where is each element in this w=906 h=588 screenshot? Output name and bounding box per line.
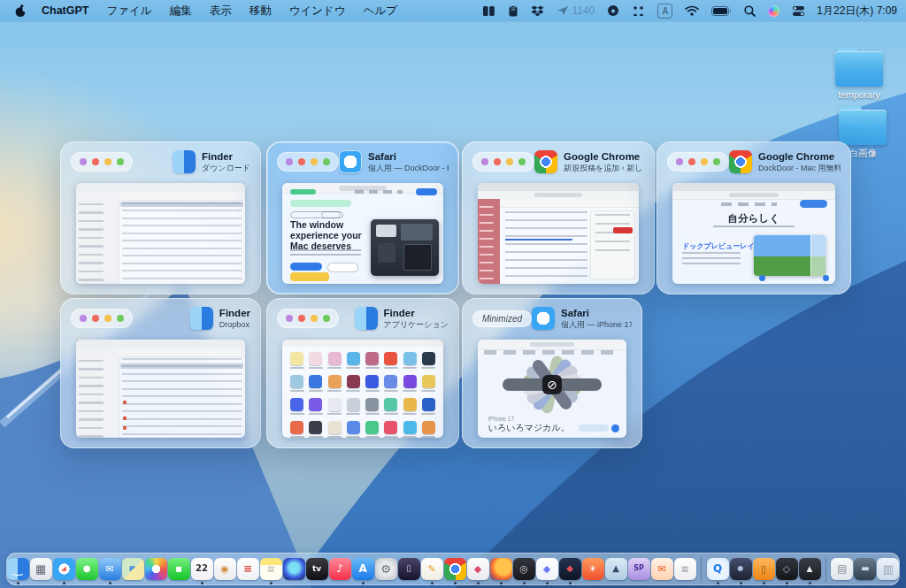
minimize-button[interactable] <box>104 315 111 322</box>
safari-dock-icon[interactable]: ◢ <box>53 556 75 583</box>
apple-menu-icon[interactable] <box>9 0 33 21</box>
iphone-mirroring-dock-icon[interactable]: ▯ <box>398 556 420 583</box>
minimize-button[interactable] <box>311 158 318 165</box>
window-preview-app-grid[interactable] <box>282 340 443 438</box>
calendar-dock-icon[interactable]: 22 <box>191 556 213 583</box>
window-preview-dockdoor-site[interactable]: The window experience your Mac deserves <box>282 183 443 284</box>
menu-help[interactable]: ヘルプ <box>355 0 406 21</box>
clipboard-icon[interactable] <box>502 0 525 21</box>
dual-panel-icon[interactable] <box>476 0 502 21</box>
whisky-dock-icon[interactable]: ▲ <box>605 556 627 583</box>
close-button[interactable] <box>92 158 99 165</box>
close-button[interactable] <box>688 158 695 165</box>
airpods-status-icon[interactable] <box>626 0 651 21</box>
dropbox-icon[interactable] <box>525 0 550 21</box>
quit-button[interactable] <box>481 158 488 165</box>
spotlight-icon[interactable] <box>738 0 762 21</box>
menu-file[interactable]: ファイル <box>97 0 160 21</box>
window-preview-iphone-page[interactable]: ⊘ iPhone 17 いろいろマジカル。 <box>478 340 626 438</box>
wifi-icon[interactable] <box>679 0 705 21</box>
notes-dock-icon[interactable]: ≡ <box>260 556 282 583</box>
siri-dock-icon[interactable] <box>283 556 305 583</box>
maps-dock-icon[interactable]: ◤ <box>122 556 144 583</box>
reminders-dock-icon[interactable]: ≡ <box>237 556 259 583</box>
close-button[interactable] <box>494 158 501 165</box>
shottr-dock-icon[interactable]: ● <box>730 556 752 583</box>
desktop-folder-temporary[interactable]: temporary <box>826 51 892 100</box>
window-preview-finder-list[interactable] <box>76 183 245 284</box>
input-method-indicator[interactable]: A <box>651 0 679 21</box>
zoom-button[interactable] <box>117 315 124 322</box>
quit-button[interactable] <box>286 158 293 165</box>
launchpad-dock-icon[interactable]: ▦ <box>30 556 52 583</box>
window-tile-safari-dockdoor[interactable]: Safari 個人用 — DockDoor - Fre The window e… <box>266 141 459 294</box>
dockdoor-dock-icon[interactable]: ▯ <box>753 556 775 583</box>
sp-app-dock-icon[interactable]: SP <box>628 556 650 583</box>
close-button[interactable] <box>92 315 99 322</box>
dark-utility-dock-icon[interactable]: ◎ <box>513 556 535 583</box>
window-preview-wordpress-editor[interactable] <box>478 183 639 284</box>
system-settings-dock-icon[interactable]: ⚙ <box>375 556 397 583</box>
menu-window[interactable]: ウインドウ <box>280 0 355 21</box>
window-preview-finder-list[interactable] <box>76 340 245 438</box>
window-tile-safari-iphone-minimized[interactable]: Minimized Safari 個人用 — iPhone 17 - Apple… <box>462 298 642 448</box>
dark-blue-app-dock-icon[interactable]: ◆ <box>559 556 581 583</box>
dark-app-status-icon[interactable] <box>601 0 626 21</box>
dark-hexagon-app-dock-icon[interactable]: ◇ <box>776 556 798 583</box>
menu-view[interactable]: 表示 <box>201 0 241 21</box>
pointer-tool-dock-icon[interactable]: ▲ <box>799 556 821 583</box>
zoom-button[interactable] <box>117 158 124 165</box>
battery-icon[interactable] <box>705 0 738 21</box>
menu-go[interactable]: 移動 <box>241 0 280 21</box>
app-store-dock-icon[interactable]: A <box>352 556 374 583</box>
messages-dock-icon[interactable]: ● <box>76 556 98 583</box>
zoom-button[interactable] <box>323 315 330 322</box>
typing-counter[interactable]: 1140 <box>550 0 601 21</box>
music-dock-icon[interactable]: ♪ <box>329 556 351 583</box>
orange-mail-dock-icon[interactable]: ✉ <box>651 556 673 583</box>
photos-dock-icon[interactable] <box>145 556 167 583</box>
minimized-window-dock-icon[interactable]: ▬ <box>854 556 876 583</box>
trash-dock-icon[interactable]: ▥ <box>877 556 899 583</box>
contacts-dock-icon[interactable]: ◉ <box>214 556 236 583</box>
firefox-dock-icon[interactable] <box>490 556 512 583</box>
chrome-dock-icon[interactable] <box>444 556 466 583</box>
facetime-dock-icon[interactable]: ◼ <box>168 556 190 583</box>
close-button[interactable] <box>298 315 305 322</box>
dockdoor-hero-heading: The window experience your Mac deserves <box>290 220 374 251</box>
quit-button[interactable] <box>676 158 683 165</box>
app-grid-item <box>365 398 380 415</box>
finder-dock-icon[interactable]: ‿ <box>7 556 29 583</box>
text-editor-dock-icon[interactable]: ≡ <box>674 556 696 583</box>
window-tile-chrome-dockdoor-page[interactable]: Google Chrome DockDoor - Mac 用無料ア 自分らしく … <box>656 141 851 294</box>
close-button[interactable] <box>298 158 305 165</box>
zoom-button[interactable] <box>518 158 526 165</box>
zoom-button[interactable] <box>323 158 330 165</box>
minimize-button[interactable] <box>311 315 318 322</box>
window-tile-chrome-wordpress[interactable]: Google Chrome 新規投稿を追加 ‹ 新しもの( <box>462 141 655 294</box>
quicktime-dock-icon[interactable]: Q <box>707 556 729 583</box>
window-tile-finder-downloads[interactable]: Finder ダウンロード <box>60 141 261 294</box>
siri-icon[interactable] <box>762 0 786 21</box>
quit-button[interactable] <box>286 315 293 322</box>
starburst-app-dock-icon[interactable]: ☀ <box>582 556 604 583</box>
menu-clock[interactable]: 1月22日(木) 7:09 <box>811 4 897 19</box>
photo-editor-dock-icon[interactable]: ◆ <box>467 556 489 583</box>
quit-button[interactable] <box>80 315 87 322</box>
menu-app-name[interactable]: ChatGPT <box>33 0 97 21</box>
minimize-button[interactable] <box>701 158 708 165</box>
minimize-button[interactable] <box>104 158 111 165</box>
window-tile-finder-applications[interactable]: Finder アプリケーション <box>266 298 459 448</box>
minimize-button[interactable] <box>506 158 513 165</box>
control-center-icon[interactable] <box>786 0 811 21</box>
mail-dock-icon[interactable]: ✉ <box>99 556 121 583</box>
apple-tv-dock-icon[interactable]: tv <box>306 556 328 583</box>
documents-stack-dock-icon[interactable]: ▤ <box>831 556 853 583</box>
menu-edit[interactable]: 編集 <box>161 0 201 21</box>
window-tile-finder-dropbox[interactable]: Finder Dropbox <box>60 298 261 448</box>
pages-dock-icon[interactable]: ✎ <box>421 556 443 583</box>
window-preview-dockdoor-jp-page[interactable]: 自分らしく ドックプレビューレイアウト <box>672 183 835 284</box>
quit-button[interactable] <box>80 158 87 165</box>
gemini-dock-icon[interactable]: ◆ <box>536 556 558 583</box>
zoom-button[interactable] <box>713 158 720 165</box>
